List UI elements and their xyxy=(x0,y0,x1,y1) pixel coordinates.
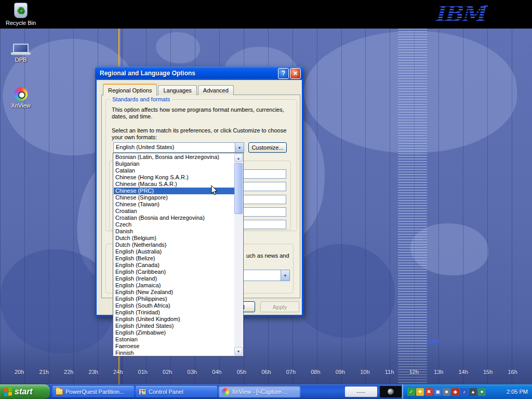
language-option[interactable]: Dutch (Netherlands) xyxy=(114,242,234,248)
scroll-up-button[interactable]: ▲ xyxy=(234,154,243,162)
taskbar-button-control-panel[interactable]: Control Panel xyxy=(136,386,217,397)
start-button[interactable]: start xyxy=(0,384,50,399)
hour-label: 09h xyxy=(336,369,345,375)
hour-label: 02h xyxy=(163,369,172,375)
arrow-up-icon: ▲ xyxy=(237,156,241,160)
dialog-titlebar[interactable]: Regional and Language Options ? ✕ xyxy=(95,66,303,80)
hour-label: 24h xyxy=(113,369,123,375)
hour-label: 15h xyxy=(483,369,493,375)
taskbar-toolbar-handle[interactable]: ---- xyxy=(345,387,377,397)
hour-label: 20h xyxy=(15,369,24,375)
language-option[interactable]: Estonian xyxy=(114,336,234,343)
desktop-icon-label: Recycle Bin xyxy=(1,20,41,26)
hour-label: 05h xyxy=(237,369,246,375)
gmt-highlight-band xyxy=(398,29,427,384)
hour-label: 03h xyxy=(188,369,197,375)
language-option[interactable]: English (Ireland) xyxy=(114,275,234,282)
dialog-title: Regional and Language Options xyxy=(100,70,277,77)
language-option[interactable]: Faeroese xyxy=(114,343,234,350)
taskbar-button-powerquest[interactable]: PowerQuest Partition... xyxy=(52,386,134,397)
language-option[interactable]: Finnish xyxy=(114,350,234,355)
language-option[interactable]: Croatian xyxy=(114,208,234,215)
tray-icon-gray-device[interactable]: ■ xyxy=(443,388,450,396)
customize-button[interactable]: Customize... xyxy=(248,142,287,153)
hour-label: 04h xyxy=(212,369,221,375)
language-option[interactable]: Bulgarian xyxy=(114,161,234,167)
language-option[interactable]: Bosnian (Latin, Bosnia and Herzegovina) xyxy=(114,154,234,161)
hour-label: 22h xyxy=(64,369,73,375)
language-option[interactable]: Dutch (Belgium) xyxy=(114,235,234,242)
hour-label: 07h xyxy=(286,369,296,375)
standards-instruction: Select an item to match its preferences,… xyxy=(112,127,292,141)
format-combobox[interactable]: English (United States) ▼ xyxy=(113,142,244,153)
language-option[interactable]: English (United States) xyxy=(114,323,234,329)
language-option[interactable]: English (Canada) xyxy=(114,262,234,269)
taskbar: start PowerQuest Partition... Control Pa… xyxy=(0,384,532,399)
desktop: 20h21h22h23h24h01h02h03h04h05h06h07h08h0… xyxy=(0,0,532,399)
group-title: Standards and formats xyxy=(110,96,172,102)
language-option[interactable]: English (United Kingdom) xyxy=(114,316,234,323)
dialog-tab[interactable]: Advanced xyxy=(198,85,234,95)
desktop-icon-xnview[interactable]: XnView xyxy=(1,87,41,109)
dialog-tab[interactable]: Regional Options xyxy=(103,84,157,96)
language-option[interactable]: English (Philippines) xyxy=(114,296,234,302)
language-option[interactable]: English (Australia) xyxy=(114,248,234,255)
desktop-icon-label: XnView xyxy=(1,102,41,109)
combobox-dropdown-button[interactable]: ▼ xyxy=(235,143,244,152)
hour-label: 16h xyxy=(508,369,517,375)
language-option[interactable]: English (South Africa) xyxy=(114,302,234,309)
language-option[interactable]: Chinese (Taiwan) xyxy=(114,201,234,208)
language-option[interactable]: Czech xyxy=(114,221,234,228)
arrow-down-icon: ▼ xyxy=(237,350,241,353)
chevron-down-icon: ▼ xyxy=(238,146,242,150)
tray-icon-red-alert[interactable]: ✖ xyxy=(425,388,433,396)
tray-icon-green-network[interactable]: ● xyxy=(478,388,486,396)
app-orb-icon xyxy=(388,389,394,395)
tray-icon-checker[interactable]: ▲ xyxy=(469,388,477,396)
dialog-tabs: Regional OptionsLanguagesAdvanced xyxy=(103,84,235,95)
hour-label: 23h xyxy=(89,369,98,375)
hour-label: 12h xyxy=(409,369,418,375)
language-option[interactable]: English (Trinidad) xyxy=(114,309,234,316)
taskbar-dark-app-button[interactable] xyxy=(380,386,402,397)
xnview-icon xyxy=(14,87,28,101)
apply-button: Apply xyxy=(260,301,299,312)
window-icon xyxy=(139,389,146,395)
system-tray: ✓✚✖▣■◆♪▲● 2:05 PM xyxy=(402,384,532,399)
wallpaper-bottom-shade xyxy=(0,340,532,384)
window-icon xyxy=(222,388,229,395)
language-option[interactable]: English (Belize) xyxy=(114,255,234,262)
scrollbar-thumb[interactable] xyxy=(234,163,243,214)
desktop-icon-recycle-bin[interactable]: ♻ Recycle Bin xyxy=(1,3,41,26)
language-option[interactable]: Danish xyxy=(114,228,234,235)
chevron-down-icon[interactable]: ▼ xyxy=(281,270,289,281)
tray-icon-green-shield[interactable]: ✓ xyxy=(407,388,415,396)
recycle-bin-icon: ♻ xyxy=(14,3,28,18)
scroll-down-button[interactable]: ▼ xyxy=(234,347,243,355)
language-option[interactable]: English (Jamaica) xyxy=(114,282,234,289)
hour-label: 01h xyxy=(138,369,148,375)
language-option[interactable]: English (Zimbabwe) xyxy=(114,329,234,336)
start-button-label: start xyxy=(15,387,33,396)
language-option[interactable]: Chinese (Hong Kong S.A.R.) xyxy=(114,174,234,181)
language-option[interactable]: Catalan xyxy=(114,167,234,174)
dialog-tab[interactable]: Languages xyxy=(158,85,196,95)
language-dropdown-list: Bosnian (Latin, Bosnia and Herzegovina)B… xyxy=(113,153,244,356)
language-option[interactable]: English (Caribbean) xyxy=(114,269,234,275)
language-option[interactable]: Croatian (Bosnia and Herzegovina) xyxy=(114,215,234,221)
taskbar-clock[interactable]: 2:05 PM xyxy=(507,389,528,395)
help-button[interactable]: ? xyxy=(278,68,289,79)
windows-flag-icon xyxy=(4,388,12,396)
desktop-icon-dpb[interactable]: DPB xyxy=(1,44,41,63)
tray-icon-yellow-key[interactable]: ✚ xyxy=(416,388,424,396)
taskbar-button-xnview[interactable]: XnView - [<Capture-... xyxy=(219,386,300,397)
tray-icon-blue-display[interactable]: ▣ xyxy=(434,388,442,396)
ibm-logo: IBM xyxy=(434,1,484,26)
tray-icon-blue-volume[interactable]: ♪ xyxy=(460,388,468,396)
format-combobox-value: English (United States) xyxy=(114,143,235,152)
list-scrollbar[interactable]: ▲ ▼ xyxy=(234,154,243,355)
tray-icon-red-status[interactable]: ◆ xyxy=(451,388,459,396)
hour-label: 21h xyxy=(39,369,49,375)
close-button[interactable]: ✕ xyxy=(290,68,301,79)
language-option[interactable]: English (New Zealand) xyxy=(114,289,234,296)
